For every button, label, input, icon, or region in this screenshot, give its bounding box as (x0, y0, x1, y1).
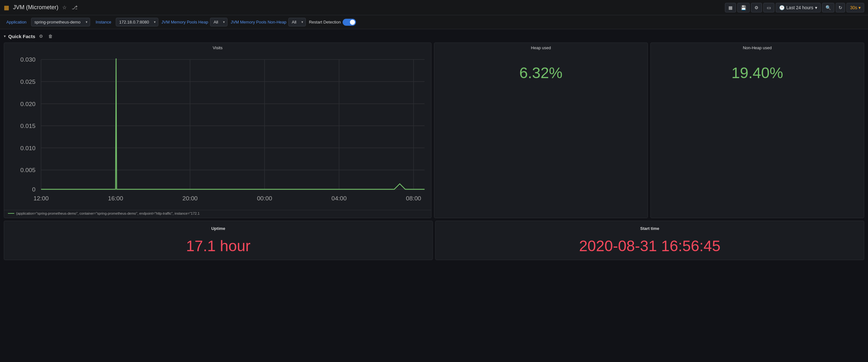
chart-legend: {application="spring-prometheus-demo", c… (4, 210, 431, 218)
starttime-panel: Start time 2020-08-31 16:56:45 (435, 221, 864, 260)
section-header: ▾ Quick Facts ⚙ 🗑 (4, 33, 864, 39)
nonheap-panel-value: 19.40% (651, 51, 864, 94)
interval-label: 30s (850, 5, 857, 10)
svg-text:0.030: 0.030 (20, 56, 35, 63)
jvm-heap-select[interactable]: All (210, 18, 227, 26)
top-nav-actions: ▦ 💾 ⚙ ▭ 🕐 Last 24 hours ▾ 🔍 ↻ 30s ▾ (725, 3, 864, 12)
bar-chart-button[interactable]: ▦ (725, 3, 736, 12)
clock-icon: 🕐 (779, 5, 784, 10)
time-chevron-icon: ▾ (815, 5, 817, 10)
time-range-picker[interactable]: 🕐 Last 24 hours ▾ (776, 3, 821, 12)
instance-label[interactable]: Instance (93, 19, 114, 26)
visits-panel: Visits (4, 43, 431, 218)
svg-text:08:00: 08:00 (406, 195, 421, 202)
page-title: JVM (Micrometer) (13, 4, 58, 11)
favorite-icon[interactable]: ☆ (61, 3, 68, 12)
svg-text:0: 0 (32, 186, 35, 193)
jvm-nonheap-select-wrap: All (288, 18, 306, 26)
svg-text:00:00: 00:00 (257, 195, 272, 202)
nonheap-panel-title: Non-Heap used (651, 43, 864, 51)
instance-filter: Instance 172.18.0.7:8080 (93, 18, 158, 26)
app-grid-icon: ▦ (4, 4, 9, 11)
heap-panel-title: Heap used (434, 43, 648, 51)
application-filter: Application spring-prometheus-demo (4, 18, 90, 26)
svg-text:0.025: 0.025 (20, 78, 35, 85)
heap-panel-value: 6.32% (434, 51, 648, 94)
svg-text:0.005: 0.005 (20, 167, 35, 173)
jvm-heap-select-wrap: All (210, 18, 227, 26)
visits-panel-title: Visits (4, 43, 431, 51)
jvm-nonheap-label: JVM Memory Pools Non-Heap (230, 20, 286, 24)
refresh-button[interactable]: ↻ (836, 3, 845, 12)
legend-line-icon (8, 213, 14, 214)
jvm-heap-label: JVM Memory Pools Heap (161, 20, 208, 24)
settings-button[interactable]: ⚙ (751, 3, 762, 12)
svg-text:12:00: 12:00 (33, 195, 49, 202)
svg-text:04:00: 04:00 (332, 195, 347, 202)
top-panels-grid: Visits (4, 43, 864, 218)
time-range-label: Last 24 hours (786, 5, 813, 10)
jvm-heap-filter: JVM Memory Pools Heap All (161, 18, 227, 26)
svg-text:20:00: 20:00 (182, 195, 198, 202)
restart-detection-group: Restart Detection (309, 19, 356, 26)
top-nav: ▦ JVM (Micrometer) ☆ ⎇ ▦ 💾 ⚙ ▭ 🕐 Last 24… (0, 0, 868, 15)
interval-chevron-icon: ▾ (859, 5, 861, 10)
application-label[interactable]: Application (4, 19, 29, 26)
visits-chart: 0.030 0.025 0.020 0.015 0.010 0.005 0 12… (8, 54, 427, 208)
application-select-wrap: spring-prometheus-demo (31, 18, 90, 26)
save-button[interactable]: 💾 (737, 3, 750, 12)
starttime-panel-value: 2020-08-31 16:56:45 (441, 237, 859, 255)
heap-panel: Heap used 6.32% (434, 43, 648, 218)
share-icon[interactable]: ⎇ (70, 3, 79, 12)
jvm-nonheap-filter: JVM Memory Pools Non-Heap All (230, 18, 306, 26)
interval-button[interactable]: 30s ▾ (846, 3, 864, 12)
instance-select[interactable]: 172.18.0.7:8080 (116, 18, 158, 26)
starttime-panel-title: Start time (441, 226, 859, 231)
toolbar: Application spring-prometheus-demo Insta… (0, 15, 868, 29)
section-collapse-icon[interactable]: ▾ (4, 34, 6, 38)
zoom-out-button[interactable]: 🔍 (822, 3, 834, 12)
uptime-panel-title: Uptime (9, 226, 427, 231)
instance-select-wrap: 172.18.0.7:8080 (116, 18, 158, 26)
section-delete-icon[interactable]: 🗑 (47, 33, 54, 39)
restart-detection-label: Restart Detection (309, 20, 341, 24)
svg-text:0.010: 0.010 (20, 145, 35, 151)
restart-detection-toggle-wrap (343, 19, 356, 26)
bottom-panels: Uptime 17.1 hour Start time 2020-08-31 1… (4, 221, 864, 260)
svg-text:0.015: 0.015 (20, 122, 35, 129)
section-title: Quick Facts (8, 34, 35, 39)
visits-chart-container: 0.030 0.025 0.020 0.015 0.010 0.005 0 12… (4, 51, 431, 210)
monitor-button[interactable]: ▭ (763, 3, 774, 12)
legend-text: {application="spring-prometheus-demo", c… (16, 212, 199, 215)
section-settings-icon[interactable]: ⚙ (38, 33, 44, 39)
application-select[interactable]: spring-prometheus-demo (31, 18, 90, 26)
uptime-panel: Uptime 17.1 hour (4, 221, 433, 260)
nonheap-panel: Non-Heap used 19.40% (650, 43, 864, 218)
svg-text:0.020: 0.020 (20, 101, 35, 107)
main-content: ▾ Quick Facts ⚙ 🗑 Visits (0, 29, 868, 264)
restart-detection-toggle[interactable] (343, 19, 356, 26)
uptime-panel-value: 17.1 hour (9, 237, 427, 255)
jvm-nonheap-select[interactable]: All (288, 18, 306, 26)
svg-text:16:00: 16:00 (108, 195, 123, 202)
